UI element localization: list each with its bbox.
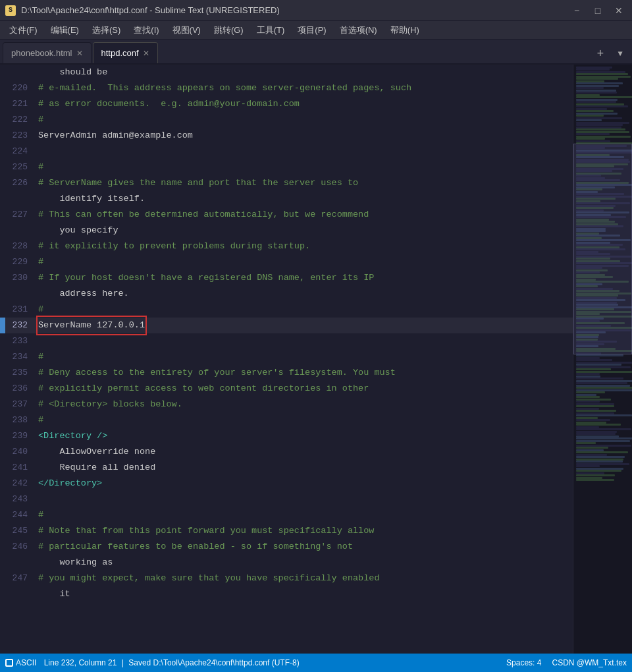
menu-item[interactable]: 查找(I) <box>127 22 165 39</box>
line-content: it <box>36 586 573 602</box>
table-row: 230# If your host doesn't have a registe… <box>0 270 573 286</box>
status-indicator <box>5 659 13 667</box>
status-left: ASCII Line 232, Column 21 | Saved D:\Too… <box>5 658 300 667</box>
menu-item[interactable]: 编辑(E) <box>44 22 86 39</box>
line-number: 232 <box>5 318 36 333</box>
table-row: it <box>0 586 573 602</box>
line-indicator <box>0 349 5 365</box>
table-row: identify itself. <box>0 191 573 207</box>
line-content <box>36 144 573 159</box>
line-content <box>36 333 573 349</box>
line-content: # as error documents. e.g. admin@your-do… <box>36 96 573 112</box>
status-position <box>39 658 41 667</box>
line-indicator <box>0 270 5 286</box>
line-content: # <box>36 159 573 175</box>
table-row: 247# you might expect, make sure that yo… <box>0 571 573 586</box>
line-content: # explicitly permit access to web conten… <box>36 381 573 397</box>
cursor-highlight: ServerName 127.0.0.1 <box>38 318 145 333</box>
table-row: 225# <box>0 159 573 175</box>
line-indicator <box>0 128 5 144</box>
close-button[interactable]: ✕ <box>611 4 627 17</box>
line-indicator <box>0 80 5 96</box>
line-indicator <box>0 397 5 412</box>
line-content: # <Directory> blocks below. <box>36 397 573 412</box>
minimap[interactable] <box>573 65 632 654</box>
line-content <box>36 491 573 507</box>
line-number: 225 <box>5 159 36 175</box>
table-row: 241 Require all denied <box>0 460 573 476</box>
table-row: 245# Note that from this point forward y… <box>0 523 573 539</box>
editor-main[interactable]: should be220# e-mailed. This address app… <box>0 65 573 654</box>
status-line-col: Line 232, Column 21 <box>44 658 117 667</box>
line-content: Require all denied <box>36 460 573 476</box>
line-indicator <box>0 302 5 318</box>
table-row: you specify <box>0 223 573 238</box>
line-indicator <box>0 112 5 128</box>
line-content: address here. <box>36 286 573 302</box>
tab-add-button[interactable]: + <box>591 45 610 63</box>
menu-item[interactable]: 文件(F) <box>3 22 44 39</box>
line-number <box>5 223 36 238</box>
line-content: you specify <box>36 223 573 238</box>
status-spaces: Spaces: 4 <box>506 658 541 667</box>
line-number <box>5 555 36 571</box>
line-content: # <box>36 349 573 365</box>
line-number: 238 <box>5 412 36 428</box>
line-number: 220 <box>5 80 36 96</box>
minimap-viewport <box>573 144 632 354</box>
table-row: 236# explicitly permit access to web con… <box>0 381 573 397</box>
line-content: # e-mailed. This address appears on some… <box>36 80 573 96</box>
line-indicator <box>0 144 5 159</box>
table-row: working as <box>0 555 573 571</box>
menu-item[interactable]: 首选项(N) <box>333 22 384 39</box>
table-row: 224 <box>0 144 573 159</box>
tab-label: phonebook.html <box>11 48 72 58</box>
line-number: 240 <box>5 444 36 460</box>
status-saved: Saved D:\Tool\Apache24\conf\httpd.conf (… <box>128 658 299 667</box>
line-indicator <box>0 96 5 112</box>
line-number: 241 <box>5 460 36 476</box>
status-encoding: ASCII <box>16 658 36 667</box>
line-content: # particular features to be enabled - so… <box>36 539 573 555</box>
tab-dropdown-button[interactable]: ▼ <box>611 45 629 63</box>
table-row: 237# <Directory> blocks below. <box>0 397 573 412</box>
table-row: 227# This can often be determined automa… <box>0 207 573 223</box>
menu-item[interactable]: 项目(P) <box>291 22 332 39</box>
line-content: AllowOverride none <box>36 444 573 460</box>
line-number: 228 <box>5 238 36 254</box>
maximize-button[interactable]: □ <box>590 4 606 17</box>
line-number: 234 <box>5 349 36 365</box>
line-number: 223 <box>5 128 36 144</box>
table-row: 240 AllowOverride none <box>0 444 573 460</box>
table-row: should be <box>0 65 573 80</box>
line-content: # Note that from this point forward you … <box>36 523 573 539</box>
menu-item[interactable]: 选择(S) <box>86 22 127 39</box>
minimize-button[interactable]: − <box>569 4 585 17</box>
line-indicator <box>0 444 5 460</box>
line-number: 245 <box>5 523 36 539</box>
line-indicator <box>0 586 5 602</box>
line-number: 246 <box>5 539 36 555</box>
line-number: 235 <box>5 365 36 381</box>
menu-item[interactable]: 帮助(H) <box>384 22 426 39</box>
line-content: ServerAdmin admin@example.com <box>36 128 573 144</box>
menu-item[interactable]: 跳转(G) <box>207 22 250 39</box>
line-content: # <box>36 112 573 128</box>
line-indicator <box>0 254 5 270</box>
line-number: 222 <box>5 112 36 128</box>
tab-phonebook[interactable]: phonebook.html ✕ <box>3 42 92 63</box>
menu-item[interactable]: 视图(V) <box>166 22 207 39</box>
menu-item[interactable]: 工具(T) <box>250 22 292 39</box>
line-indicator <box>0 191 5 207</box>
line-indicator <box>0 207 5 223</box>
line-number: 229 <box>5 254 36 270</box>
tab-close-active-icon[interactable]: ✕ <box>143 49 149 58</box>
tab-close-icon[interactable]: ✕ <box>76 49 83 58</box>
line-indicator <box>0 412 5 428</box>
line-indicator <box>0 523 5 539</box>
line-content: ServerName 127.0.0.1 <box>36 318 573 333</box>
tab-httpd[interactable]: httpd.conf ✕ <box>93 42 158 63</box>
app-icon: S <box>5 5 16 16</box>
line-content: # If your host doesn't have a registered… <box>36 270 573 286</box>
table-row: 235# Deny access to the entirety of your… <box>0 365 573 381</box>
